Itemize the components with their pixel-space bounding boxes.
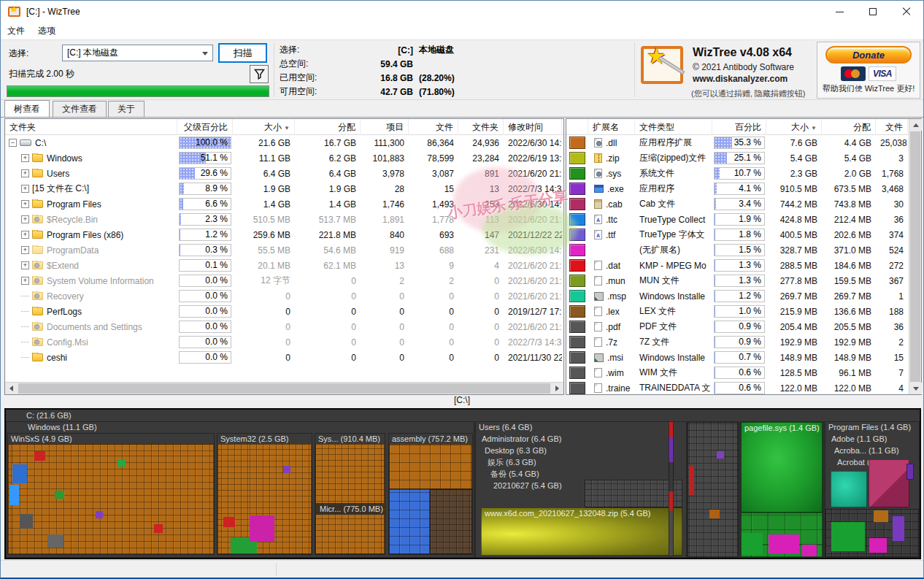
- treemap-label-users[interactable]: Users (6.4 GB): [475, 421, 687, 433]
- treemap-label-winsxs[interactable]: WinSxS (4.9 GB): [7, 433, 215, 445]
- scroll-left-button[interactable]: [5, 383, 18, 394]
- table-row[interactable]: Recovery0.0 %000002021/6/20 21:1: [5, 288, 563, 304]
- expand-icon[interactable]: +: [21, 215, 29, 223]
- treemap-label-acroba[interactable]: Acroba... (1.1 GB): [825, 445, 920, 456]
- treemap-region-users[interactable]: Users (6.4 GB) Administrator (6.4 GB) De…: [475, 421, 687, 558]
- expand-icon[interactable]: +: [21, 277, 29, 285]
- treemap-label-micr[interactable]: Micr... (775.0 MB): [316, 503, 384, 515]
- treemap-region-pagefile[interactable]: pagefile.sys (1.4 GB): [740, 421, 823, 558]
- table-row[interactable]: +Windows51.1 %11.1 GB6.2 GB101,88378,599…: [5, 150, 563, 166]
- tab-关于[interactable]: 关于: [108, 101, 145, 117]
- column-header-项目[interactable]: 项目: [361, 119, 409, 135]
- column-header-修改时间[interactable]: 修改时间: [504, 119, 562, 135]
- expand-icon[interactable]: +: [21, 200, 29, 208]
- table-row[interactable]: .wimWIM 文件0.6 %128.5 MB96.1 MB7: [566, 365, 921, 380]
- app-website-link[interactable]: www.diskanalyzer.com: [693, 74, 788, 84]
- expand-icon[interactable]: +: [21, 154, 29, 162]
- table-row[interactable]: +Users29.6 %6.4 GB6.4 GB3,9783,087891202…: [5, 166, 563, 181]
- table-row[interactable]: +Program Files6.6 %1.4 GB1.4 GB1,7461,49…: [5, 196, 563, 212]
- treemap-label-administrator[interactable]: Administrator (6.4 GB): [475, 433, 687, 445]
- treemap-mosaic-winsxs[interactable]: [8, 444, 214, 554]
- expand-icon[interactable]: +: [21, 231, 29, 239]
- treemap-label-desktop[interactable]: Desktop (6.3 GB): [475, 445, 687, 456]
- table-row[interactable]: .munMUN 文件1.3 %277.8 MB159.5 MB367: [566, 273, 921, 288]
- filter-button[interactable]: [250, 65, 269, 83]
- treemap-label-zip[interactable]: www.x6d.com_20210627_132048.zip (5.4 GB): [481, 507, 682, 519]
- table-row[interactable]: PerfLogs0.0 %000002019/12/7 17:1: [5, 304, 563, 319]
- expand-icon[interactable]: +: [21, 185, 29, 193]
- column-header-分配[interactable]: 分配: [822, 119, 876, 135]
- treemap-mosaic-sys[interactable]: [315, 444, 385, 554]
- table-row[interactable]: +[15 文件在 C:\]8.9 %1.9 GB1.9 GB2815132022…: [5, 181, 563, 196]
- treemap-mosaic-assembly-blue[interactable]: [389, 489, 430, 554]
- column-header-分配[interactable]: 分配: [295, 119, 361, 135]
- minimize-button[interactable]: [823, 1, 856, 23]
- scroll-down-button[interactable]: [909, 383, 922, 394]
- drive-combobox[interactable]: [C:] 本地磁盘: [62, 45, 213, 61]
- table-row[interactable]: +$Recycle.Bin2.3 %510.5 MB513.7 MB1,8911…: [5, 212, 563, 227]
- tab-树查看[interactable]: 树查看: [4, 100, 50, 117]
- collapse-icon[interactable]: −: [9, 139, 17, 147]
- treemap-mosaic-pagefile-bottom[interactable]: [741, 513, 823, 557]
- table-row[interactable]: +Program Files (x86)1.2 %259.6 MB221.8 M…: [5, 227, 563, 242]
- treemap-label-windows[interactable]: Windows (11.1 GB): [6, 421, 474, 433]
- horizontal-scrollbar[interactable]: [5, 382, 563, 394]
- treemap-block-purple[interactable]: [906, 464, 914, 480]
- table-row[interactable]: A.ttcTrueType Collect1.9 %424.8 MB212.4 …: [566, 212, 921, 227]
- table-row[interactable]: .lexLEX 文件1.0 %215.9 MB136.6 MB188: [566, 304, 921, 319]
- table-row[interactable]: .sys系统文件10.7 %2.3 GB2.0 GB1,768: [566, 166, 921, 181]
- treemap-mosaic-programfiles-bottom[interactable]: [825, 509, 919, 557]
- table-row[interactable]: .zip压缩(zipped)文件25.1 %5.4 GB5.4 GB3: [566, 150, 921, 166]
- column-header-扩展名[interactable]: 扩展名: [588, 119, 635, 135]
- treemap-mosaic-users-gray[interactable]: [585, 480, 682, 507]
- treemap-mosaic-assembly-brown[interactable]: [430, 489, 472, 554]
- vertical-scroll-thumb[interactable]: [910, 131, 920, 382]
- column-header-百分比[interactable]: 百分比: [712, 119, 766, 135]
- table-row[interactable]: .mspWindows Installe1.2 %269.7 MB269.7 M…: [566, 288, 921, 304]
- column-header-文件夹[interactable]: 文件夹: [5, 119, 177, 135]
- table-row[interactable]: A.ttfTrueType 字体文1.8 %400.5 MB202.6 MB37…: [566, 227, 921, 242]
- treemap-label-pagefile[interactable]: pagefile.sys (1.4 GB): [741, 422, 823, 434]
- column-header-大小[interactable]: 大小▼: [766, 119, 822, 135]
- table-row[interactable]: .datKMP - MPEG Mo1.3 %288.5 MB184.6 MB27…: [566, 258, 921, 273]
- maximize-button[interactable]: [856, 1, 890, 23]
- treemap-region-sys[interactable]: Sys... (910.4 MB) Micr... (775.0 MB): [315, 433, 385, 555]
- column-header-父级百分比[interactable]: 父级百分比: [177, 119, 233, 135]
- treemap-region-assembly[interactable]: assembly (757.2 MB): [388, 433, 473, 555]
- treemap[interactable]: C: (21.6 GB) Windows (11.1 GB) WinSxS (4…: [4, 408, 921, 559]
- treemap-mosaic-graycol[interactable]: [688, 422, 738, 557]
- treemap-label-adobe[interactable]: Adobe (1.1 GB): [825, 433, 920, 445]
- treemap-mosaic-system32[interactable]: [217, 444, 312, 554]
- column-header-大小[interactable]: 大小▼: [233, 119, 295, 135]
- treemap-region-winsxs[interactable]: WinSxS (4.9 GB): [7, 433, 215, 555]
- treemap-label-c[interactable]: C: (21.6 GB): [6, 410, 920, 421]
- table-row[interactable]: Config.Msi0.0 %000002022/7/3 14:33: [5, 334, 563, 350]
- column-header-文件[interactable]: 文件: [409, 119, 458, 135]
- treemap-region-windows[interactable]: Windows (11.1 GB) WinSxS (4.9 GB) System…: [6, 421, 474, 558]
- treemap-label-yule[interactable]: 娱乐 (6.3 GB): [475, 456, 687, 468]
- tab-文件查看[interactable]: 文件查看: [53, 101, 107, 117]
- table-row[interactable]: +ProgramData0.3 %55.5 MB54.6 MB919688231…: [5, 242, 563, 258]
- table-row[interactable]: .msiWindows Installe0.7 %148.9 MB148.9 M…: [566, 350, 921, 365]
- expand-icon[interactable]: +: [21, 246, 29, 254]
- treemap-region-system32[interactable]: System32 (2.5 GB): [217, 433, 312, 555]
- table-row[interactable]: +$Extend0.1 %20.1 MB62.1 MB13942021/6/20…: [5, 258, 563, 273]
- treemap-label-assembly[interactable]: assembly (757.2 MB): [388, 433, 473, 445]
- vertical-scrollbar[interactable]: [909, 119, 921, 394]
- treemap-strip[interactable]: [669, 421, 674, 556]
- treemap-label-sys[interactable]: Sys... (910.4 MB): [315, 433, 385, 445]
- treemap-label-system32[interactable]: System32 (2.5 GB): [217, 433, 312, 445]
- treemap-block-pagefile[interactable]: pagefile.sys (1.4 GB): [741, 422, 823, 513]
- treemap-label-programfiles[interactable]: Program Files (1.4 GB): [825, 421, 920, 433]
- table-row[interactable]: −C:\100.0 %21.6 GB16.7 GB111,30086,36424…: [5, 135, 563, 150]
- column-header-文件[interactable]: 文件: [876, 119, 908, 135]
- donate-button[interactable]: Donate: [825, 46, 912, 64]
- scroll-up-button[interactable]: [909, 119, 922, 131]
- treemap-block-zip[interactable]: www.x6d.com_20210627_132048.zip (5.4 GB): [481, 507, 682, 556]
- column-header-swatch[interactable]: [566, 119, 588, 135]
- table-row[interactable]: .7z7Z 文件0.9 %192.9 MB192.9 MB2: [566, 334, 921, 350]
- column-header-文件类型[interactable]: 文件类型: [635, 119, 712, 135]
- treemap-label-beifen[interactable]: 备份 (5.4 GB): [475, 468, 687, 480]
- menu-options[interactable]: 选项: [31, 23, 62, 39]
- scroll-right-button[interactable]: [551, 383, 563, 394]
